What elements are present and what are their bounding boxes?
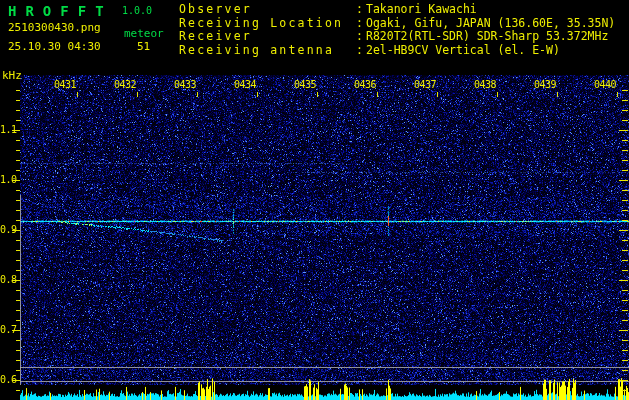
time-tick-label: 0435 (290, 79, 316, 90)
app-title: HROFFT (8, 3, 113, 19)
info-separator: : (356, 3, 366, 17)
freq-tick-label: 0.9 (0, 224, 15, 235)
freq-tick-label: 0.6 (0, 374, 15, 385)
info-value: R820T2(RTL-SDR) SDR-Sharp 53.372MHz (366, 30, 608, 44)
time-tick-label: 0431 (50, 79, 76, 90)
info-row: Receiving antenna:2el-HB9CV Vertical (el… (179, 44, 615, 58)
freq-tick-label: 1.1 (0, 124, 15, 135)
info-separator: : (356, 44, 366, 58)
info-separator: : (356, 17, 366, 31)
station-info-block: Observer:Takanori KawachiReceiving Locat… (179, 3, 615, 58)
info-label: Receiving Location (179, 17, 356, 31)
freq-tick-label: 0.7 (0, 324, 15, 335)
observation-datetime: 25.10.30 04:30 (8, 40, 101, 53)
hrofft-output-screen: HROFFT 1.0.0 2510300430.png meteor 25.10… (0, 0, 629, 400)
info-label: Receiving antenna (179, 44, 356, 58)
info-row: Observer:Takanori Kawachi (179, 3, 615, 17)
time-tick-label: 0434 (230, 79, 256, 90)
time-tick-label: 0438 (470, 79, 496, 90)
mode-label: meteor (124, 27, 164, 40)
info-label: Observer (179, 3, 356, 17)
freq-axis-unit-label: kHz (2, 69, 22, 82)
time-tick-label: 0432 (110, 79, 136, 90)
freq-tick-label: 1.0 (0, 174, 15, 185)
info-row: Receiving Location:Ogaki, Gifu, JAPAN (1… (179, 17, 615, 31)
output-filename: 2510300430.png (8, 21, 101, 34)
spectrogram-canvas (0, 0, 629, 400)
info-separator: : (356, 30, 366, 44)
info-value: 2el-HB9CV Vertical (el. E-W) (366, 44, 560, 58)
time-tick-label: 0433 (170, 79, 196, 90)
freq-tick-label: 0.8 (0, 274, 15, 285)
info-row: Receiver:R820T2(RTL-SDR) SDR-Sharp 53.37… (179, 30, 615, 44)
app-version: 1.0.0 (122, 5, 152, 16)
time-tick-label: 0437 (410, 79, 436, 90)
time-tick-label: 0436 (350, 79, 376, 90)
info-value: Takanori Kawachi (366, 3, 477, 17)
info-value: Ogaki, Gifu, JAPAN (136.60E, 35.35N) (366, 17, 615, 31)
time-tick-label: 0439 (530, 79, 556, 90)
echo-count: 51 (137, 40, 150, 53)
time-tick-label: 0440 (590, 79, 616, 90)
info-label: Receiver (179, 30, 356, 44)
